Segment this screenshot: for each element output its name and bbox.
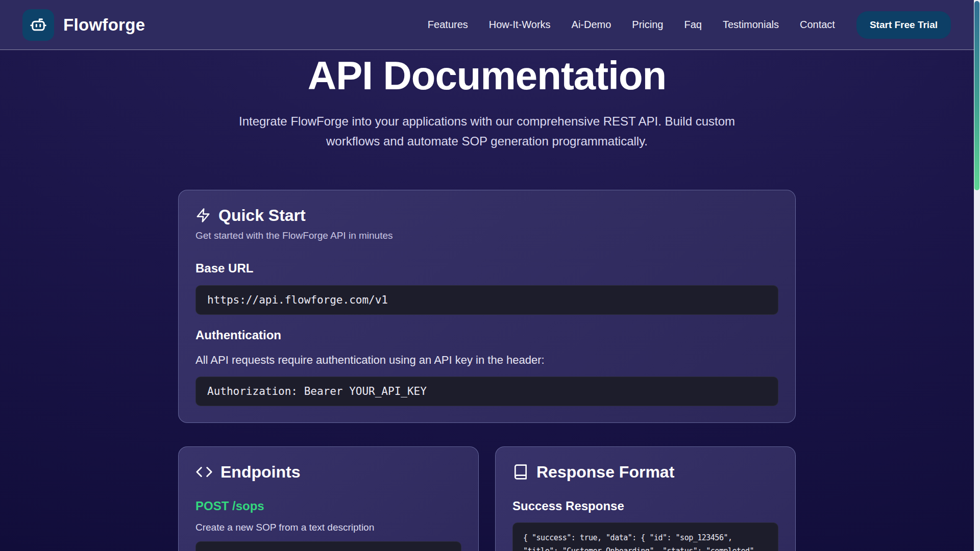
endpoint-method: POST: [195, 499, 229, 513]
nav-link-testimonials[interactable]: Testimonials: [723, 19, 779, 31]
base-url-label: Base URL: [195, 261, 778, 276]
quick-start-heading: Quick Start: [195, 206, 778, 225]
endpoints-heading: Endpoints: [195, 462, 461, 482]
page: Flowforge Features How-It-Works Ai-Demo …: [0, 0, 974, 551]
authorization-codeblock: Authorization: Bearer YOUR_API_KEY: [195, 377, 778, 406]
endpoint-path: /sops: [232, 499, 264, 513]
authentication-description: All API requests require authentication …: [195, 353, 778, 367]
nav-link-faq[interactable]: Faq: [684, 19, 701, 31]
response-format-heading: Response Format: [512, 462, 778, 482]
lightning-icon: [195, 208, 211, 223]
code-brackets-icon: [195, 463, 213, 481]
page-title: API Documentation: [0, 54, 974, 98]
endpoints-card: Endpoints POST /sops Create a new SOP fr…: [178, 446, 479, 551]
base-url-codeblock: https://api.flowforge.com/v1: [195, 285, 778, 315]
response-format-card: Response Format Success Response { "succ…: [495, 446, 796, 551]
endpoint-description: Create a new SOP from a text description: [195, 521, 461, 534]
success-response-label: Success Response: [512, 498, 778, 514]
nav-link-features[interactable]: Features: [428, 19, 468, 31]
quick-start-subtitle: Get started with the FlowForge API in mi…: [195, 229, 778, 242]
endpoints-title: Endpoints: [220, 462, 300, 482]
endpoint-request-codeblock: { "title": "Customer Onboarding", "descr…: [195, 541, 461, 551]
cards-row: Endpoints POST /sops Create a new SOP fr…: [178, 446, 796, 551]
site-header: Flowforge Features How-It-Works Ai-Demo …: [0, 0, 974, 50]
browser-viewport: Flowforge Features How-It-Works Ai-Demo …: [0, 0, 980, 551]
brand-logo[interactable]: [22, 9, 54, 41]
main-nav: Features How-It-Works Ai-Demo Pricing Fa…: [428, 19, 835, 31]
endpoint-method-line: POST /sops: [195, 498, 461, 514]
authentication-label: Authentication: [195, 328, 778, 343]
nav-link-contact[interactable]: Contact: [800, 19, 835, 31]
scrollbar-thumb[interactable]: [974, 1, 979, 190]
success-response-codeblock: { "success": true, "data": { "id": "sop_…: [512, 522, 778, 551]
quick-start-card: Quick Start Get started with the FlowFor…: [178, 190, 796, 423]
scrollbar-track[interactable]: [974, 0, 980, 551]
book-icon: [512, 464, 529, 480]
brand-name: Flowforge: [63, 15, 145, 35]
page-subtitle: Integrate FlowForge into your applicatio…: [229, 111, 745, 151]
quick-start-title: Quick Start: [218, 206, 306, 225]
robot-icon: [29, 16, 47, 34]
nav-link-pricing[interactable]: Pricing: [632, 19, 663, 31]
start-free-trial-button[interactable]: Start Free Trial: [856, 11, 951, 39]
response-format-title: Response Format: [536, 462, 674, 482]
nav-link-ai-demo[interactable]: Ai-Demo: [572, 19, 611, 31]
nav-link-how-it-works[interactable]: How-It-Works: [489, 19, 551, 31]
